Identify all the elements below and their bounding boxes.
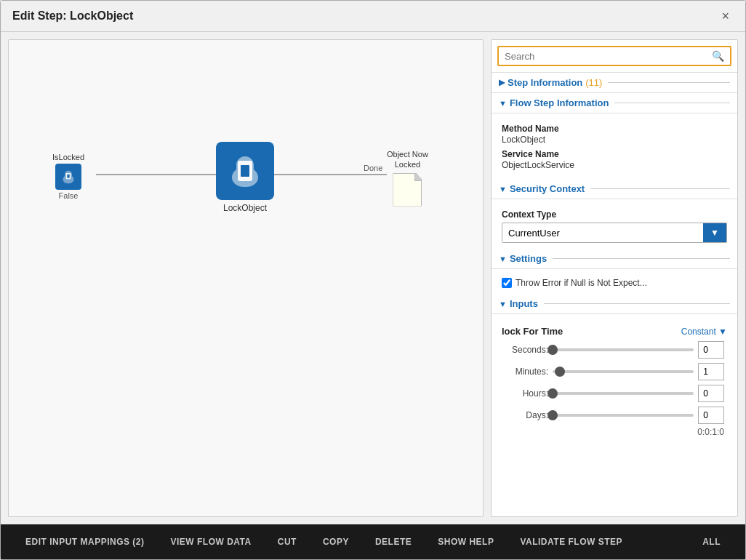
all-button[interactable]: ALL <box>689 524 734 559</box>
context-type-input[interactable] <box>502 224 703 242</box>
service-name-label: Service Name <box>502 149 727 159</box>
hours-thumb[interactable] <box>548 388 558 399</box>
inputs-arrow: ▼ <box>499 300 507 308</box>
main-content: Done IsLocked False <box>1 32 745 524</box>
canvas-area: Done IsLocked False <box>8 39 484 517</box>
minutes-value[interactable] <box>698 363 724 380</box>
time-display: 0:0:1:0 <box>502 427 727 437</box>
node-object-now-locked: Object NowLocked <box>387 149 428 207</box>
inputs-body: lock For Time Constant ▼ Seconds: <box>492 314 737 443</box>
context-type-dropdown-btn[interactable]: ▼ <box>703 223 726 242</box>
days-track[interactable] <box>553 414 694 417</box>
copy-button[interactable]: COPY <box>310 524 362 559</box>
object-now-locked-label: Object NowLocked <box>387 149 428 170</box>
svg-rect-6 <box>241 165 249 177</box>
minutes-thumb[interactable] <box>555 367 565 377</box>
search-icon: 🔍 <box>706 47 730 65</box>
settings-header[interactable]: ▼ Settings <box>492 249 737 269</box>
security-context-arrow: ▼ <box>499 185 507 193</box>
dialog-title: Edit Step: LockObject <box>12 9 133 23</box>
settings-label: Settings <box>510 253 547 264</box>
lock-object-label: LockObject <box>223 203 267 213</box>
seconds-track[interactable] <box>553 348 694 351</box>
flow-step-header[interactable]: ▼ Flow Step Information <box>492 93 737 113</box>
flow-diagram: Done IsLocked False <box>9 40 483 516</box>
method-name-value: LockObject <box>502 135 727 145</box>
method-name-label: Method Name <box>502 124 727 134</box>
hours-label: Hours: <box>505 388 548 399</box>
is-locked-label: IsLocked <box>52 153 84 161</box>
step-information-header[interactable]: ▶ Step Information (11) <box>492 73 737 93</box>
inputs-header[interactable]: ▼ Inputs <box>492 294 737 314</box>
is-locked-icon[interactable] <box>55 164 81 190</box>
flow-step-line <box>614 103 730 103</box>
flow-step-arrow: ▼ <box>499 99 507 108</box>
flow-step-label: Flow Step Information <box>510 97 609 108</box>
settings-arrow: ▼ <box>499 255 507 263</box>
minutes-track[interactable] <box>553 370 694 373</box>
edit-input-mappings-button[interactable]: EDIT INPUT MAPPINGS (2) <box>12 524 158 559</box>
title-bar: Edit Step: LockObject × <box>1 1 745 32</box>
right-panel: 🔍 ▶ Step Information (11) ▼ Flow Step In… <box>491 39 738 517</box>
node-is-locked: IsLocked False <box>52 153 84 200</box>
constant-arrow-icon: ▼ <box>718 327 727 337</box>
security-context-label: Security Context <box>510 183 585 194</box>
seconds-value[interactable] <box>698 341 724 359</box>
context-type-dropdown[interactable]: ▼ <box>502 223 727 243</box>
minutes-row: Minutes: <box>502 363 727 380</box>
days-value[interactable] <box>698 407 724 424</box>
view-flow-data-button[interactable]: VIEW FLOW DATA <box>158 524 265 559</box>
delete-button[interactable]: DELETE <box>362 524 425 559</box>
bottom-toolbar: EDIT INPUT MAPPINGS (2) VIEW FLOW DATA C… <box>1 524 745 559</box>
hours-row: Hours: <box>502 385 727 402</box>
is-locked-sublabel: False <box>59 191 79 200</box>
throw-error-label: Throw Error if Null is Not Expect... <box>516 278 647 288</box>
settings-body: Throw Error if Null is Not Expect... <box>492 269 737 294</box>
constant-label: Constant <box>681 327 716 337</box>
dialog: Edit Step: LockObject × Done IsLocked <box>0 0 746 560</box>
seconds-row: Seconds: <box>502 341 727 359</box>
doc-icon <box>393 173 422 207</box>
throw-error-row: Throw Error if Null is Not Expect... <box>502 278 727 288</box>
inputs-label: Inputs <box>510 298 538 309</box>
step-info-arrow: ▶ <box>499 78 505 87</box>
search-input-wrap: 🔍 <box>497 46 731 66</box>
cut-button[interactable]: CUT <box>265 524 310 559</box>
security-context-header[interactable]: ▼ Security Context <box>492 179 737 199</box>
lock-for-time-row: lock For Time Constant ▼ <box>502 326 727 337</box>
days-row: Days: <box>502 407 727 424</box>
node-lock-object[interactable]: LockObject <box>216 142 274 213</box>
seconds-thumb[interactable] <box>548 345 558 355</box>
seconds-label: Seconds: <box>505 345 548 355</box>
svg-text:Done: Done <box>364 164 382 172</box>
hours-value[interactable] <box>698 385 724 402</box>
close-button[interactable]: × <box>717 8 734 24</box>
constant-link[interactable]: Constant ▼ <box>681 327 727 337</box>
step-info-line <box>608 82 730 83</box>
panel-content: ▶ Step Information (11) ▼ Flow Step Info… <box>492 73 737 516</box>
service-name-value: ObjectLockService <box>502 160 727 170</box>
hours-track[interactable] <box>553 392 694 395</box>
settings-line <box>553 258 730 259</box>
minutes-label: Minutes: <box>505 367 548 377</box>
lock-for-time-label: lock For Time <box>502 326 563 337</box>
step-info-label: Step Information <box>508 77 582 88</box>
context-type-label: Context Type <box>502 209 727 220</box>
flow-step-body: Method Name LockObject Service Name Obje… <box>492 113 737 179</box>
security-context-body: Context Type ▼ <box>492 199 737 249</box>
show-help-button[interactable]: SHOW HELP <box>425 524 507 559</box>
svg-rect-4 <box>67 175 69 178</box>
throw-error-checkbox[interactable] <box>502 278 512 288</box>
days-thumb[interactable] <box>548 410 558 420</box>
step-info-count: (11) <box>585 77 602 88</box>
inputs-line <box>544 303 730 304</box>
security-context-line <box>590 188 730 189</box>
search-input[interactable] <box>499 48 706 65</box>
lock-object-icon[interactable] <box>216 142 274 200</box>
search-bar: 🔍 <box>492 40 737 73</box>
validate-flow-step-button[interactable]: VALIDATE FLOW STEP <box>507 524 635 559</box>
days-label: Days: <box>505 410 548 420</box>
